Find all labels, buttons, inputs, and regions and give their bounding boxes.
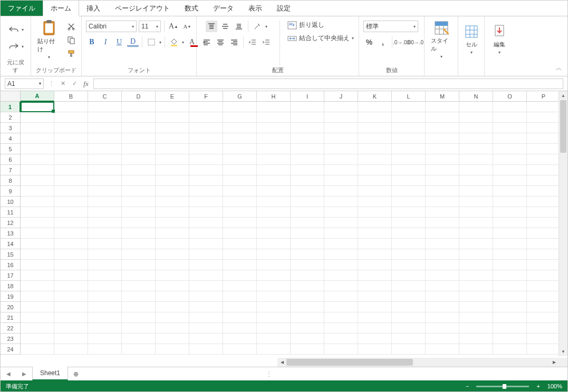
cell-I20[interactable] xyxy=(291,302,324,312)
cell-J15[interactable] xyxy=(324,249,358,260)
cell-H1[interactable] xyxy=(257,102,291,112)
cell-M5[interactable] xyxy=(426,144,459,154)
cell-D18[interactable] xyxy=(122,281,156,291)
cell-M22[interactable] xyxy=(426,323,459,334)
cell-J21[interactable] xyxy=(324,312,358,323)
cell-H6[interactable] xyxy=(257,154,291,165)
cell-F2[interactable] xyxy=(189,112,223,123)
cell-F10[interactable] xyxy=(189,197,223,207)
cell-C23[interactable] xyxy=(88,334,122,344)
cell-F6[interactable] xyxy=(189,154,223,165)
cell-D15[interactable] xyxy=(122,249,156,260)
cell-O22[interactable] xyxy=(493,323,527,334)
cell-L10[interactable] xyxy=(392,197,426,207)
tab-file[interactable]: ファイル xyxy=(1,1,43,16)
cell-H9[interactable] xyxy=(257,186,291,197)
cell-H19[interactable] xyxy=(257,291,291,302)
cell-E21[interactable] xyxy=(156,312,189,323)
cell-N18[interactable] xyxy=(459,281,493,291)
cell-M17[interactable] xyxy=(426,270,459,281)
cell-C11[interactable] xyxy=(88,207,122,218)
undo-button[interactable] xyxy=(8,24,20,35)
tab-page-layout[interactable]: ページレイアウト xyxy=(108,1,177,16)
cell-B10[interactable] xyxy=(54,197,88,207)
cell-H5[interactable] xyxy=(257,144,291,154)
cell-O15[interactable] xyxy=(493,249,527,260)
cell-J24[interactable] xyxy=(324,344,358,355)
cell-F12[interactable] xyxy=(189,218,223,228)
cell-L19[interactable] xyxy=(392,291,426,302)
border-dropdown[interactable]: ▾ xyxy=(159,40,161,45)
cell-I18[interactable] xyxy=(291,281,324,291)
cell-J22[interactable] xyxy=(324,323,358,334)
column-header-H[interactable]: H xyxy=(257,91,291,102)
cell-B21[interactable] xyxy=(54,312,88,323)
cell-G3[interactable] xyxy=(223,123,257,133)
cell-A7[interactable] xyxy=(21,165,54,175)
double-underline-button[interactable]: D xyxy=(127,37,139,47)
cell-L2[interactable] xyxy=(392,112,426,123)
cell-M16[interactable] xyxy=(426,260,459,270)
cell-F13[interactable] xyxy=(189,228,223,239)
cell-G5[interactable] xyxy=(223,144,257,154)
cell-O5[interactable] xyxy=(493,144,527,154)
cell-A14[interactable] xyxy=(21,239,54,249)
cell-A6[interactable] xyxy=(21,154,54,165)
cell-P15[interactable] xyxy=(527,249,561,260)
cell-N19[interactable] xyxy=(459,291,493,302)
cell-H14[interactable] xyxy=(257,239,291,249)
cell-E24[interactable] xyxy=(156,344,189,355)
cell-I12[interactable] xyxy=(291,218,324,228)
cell-K3[interactable] xyxy=(358,123,392,133)
cell-O10[interactable] xyxy=(493,197,527,207)
cell-O24[interactable] xyxy=(493,344,527,355)
cell-H4[interactable] xyxy=(257,133,291,144)
cell-H8[interactable] xyxy=(257,175,291,186)
cell-N7[interactable] xyxy=(459,165,493,175)
cell-E2[interactable] xyxy=(156,112,189,123)
row-header-17[interactable]: 17 xyxy=(1,270,21,281)
cell-B17[interactable] xyxy=(54,270,88,281)
cell-L3[interactable] xyxy=(392,123,426,133)
row-header-21[interactable]: 21 xyxy=(1,312,21,323)
cell-L6[interactable] xyxy=(392,154,426,165)
zoom-in-button[interactable]: + xyxy=(534,383,542,389)
cell-C5[interactable] xyxy=(88,144,122,154)
cell-G2[interactable] xyxy=(223,112,257,123)
cell-N5[interactable] xyxy=(459,144,493,154)
cell-E5[interactable] xyxy=(156,144,189,154)
column-header-B[interactable]: B xyxy=(54,91,88,102)
cell-M13[interactable] xyxy=(426,228,459,239)
cell-E10[interactable] xyxy=(156,197,189,207)
cell-O11[interactable] xyxy=(493,207,527,218)
cell-H20[interactable] xyxy=(257,302,291,312)
comma-button[interactable]: , xyxy=(377,36,389,48)
cell-A1[interactable] xyxy=(21,102,54,112)
cell-H18[interactable] xyxy=(257,281,291,291)
cell-P1[interactable] xyxy=(527,102,561,112)
cell-N4[interactable] xyxy=(459,133,493,144)
cell-O13[interactable] xyxy=(493,228,527,239)
cell-F24[interactable] xyxy=(189,344,223,355)
cell-M15[interactable] xyxy=(426,249,459,260)
cell-M21[interactable] xyxy=(426,312,459,323)
increase-indent-button[interactable] xyxy=(261,36,272,48)
cell-D5[interactable] xyxy=(122,144,156,154)
cell-O12[interactable] xyxy=(493,218,527,228)
undo-dropdown[interactable]: ▾ xyxy=(22,27,24,32)
cell-I16[interactable] xyxy=(291,260,324,270)
cell-P22[interactable] xyxy=(527,323,561,334)
cell-A16[interactable] xyxy=(21,260,54,270)
italic-button[interactable]: I xyxy=(100,36,111,48)
cell-O7[interactable] xyxy=(493,165,527,175)
copy-button[interactable] xyxy=(65,34,77,46)
cell-D20[interactable] xyxy=(122,302,156,312)
cell-E3[interactable] xyxy=(156,123,189,133)
cell-J1[interactable] xyxy=(324,102,358,112)
cell-J11[interactable] xyxy=(324,207,358,218)
cell-N24[interactable] xyxy=(459,344,493,355)
cell-D19[interactable] xyxy=(122,291,156,302)
cell-E8[interactable] xyxy=(156,175,189,186)
cell-A5[interactable] xyxy=(21,144,54,154)
cell-G8[interactable] xyxy=(223,175,257,186)
